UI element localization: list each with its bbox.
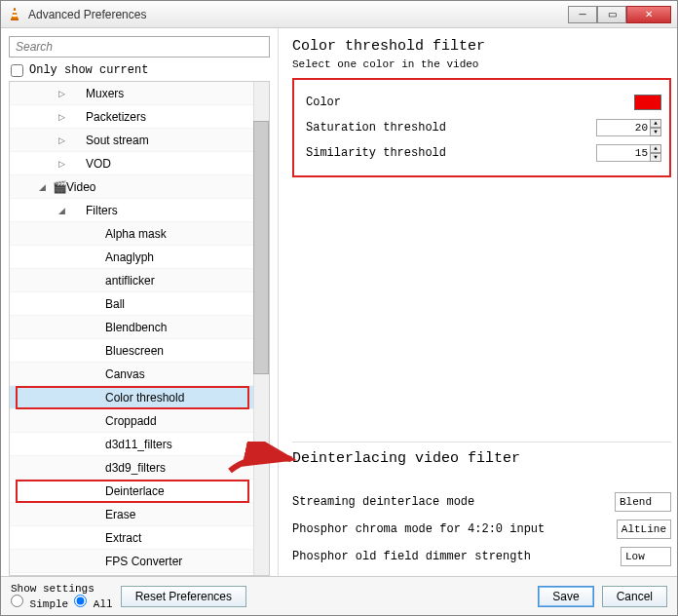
tree-item-color-threshold[interactable]: Color threshold <box>10 386 269 409</box>
tree-item-label: antiflicker <box>105 274 155 288</box>
window-title: Advanced Preferences <box>28 8 568 21</box>
tree-item-label: FPS Converter <box>105 555 182 568</box>
tree-item-label: Alpha mask <box>105 227 167 241</box>
color-threshold-subtitle: Select one color in the video <box>292 58 671 70</box>
content: Only show current ▷Muxers▷Packetizers▷So… <box>1 28 677 576</box>
window-buttons: ─ ▭ ✕ <box>568 6 671 23</box>
tree-item-label: Blendbench <box>105 321 167 334</box>
deinterlace-mode-label: Streaming deinterlace mode <box>292 495 615 509</box>
expand-arrow-icon: ◢ <box>39 182 53 192</box>
svg-marker-0 <box>12 8 18 19</box>
expand-arrow-icon: ◢ <box>58 206 72 215</box>
tree-scroll-thumb[interactable] <box>253 121 269 374</box>
tree-item-label: Filters <box>86 204 118 217</box>
tree-item-blendbench[interactable]: Blendbench <box>10 316 269 339</box>
phosphor-mode-label: Phosphor chroma mode for 4:2:0 input <box>292 522 617 536</box>
phosphor-mode-row: Phosphor chroma mode for 4:2:0 input Alt… <box>292 516 671 543</box>
color-threshold-title: Color threshold filter <box>292 38 671 55</box>
tree-item-filters[interactable]: ◢Filters <box>10 199 269 222</box>
tree-item-label: Canvas <box>105 367 145 381</box>
tree-item-label: Color threshold <box>105 391 184 404</box>
tree-item-sout-stream[interactable]: ▷Sout stream <box>10 129 269 152</box>
tree-item-label: Croppadd <box>105 414 157 428</box>
similarity-input[interactable] <box>596 144 651 162</box>
maximize-button[interactable]: ▭ <box>597 6 626 23</box>
right-column: Color threshold filter Select one color … <box>279 28 677 576</box>
dimmer-combo[interactable]: Low <box>621 547 671 566</box>
tree-item-label: Deinterlace <box>105 484 165 498</box>
color-row: Color <box>306 90 661 115</box>
saturation-label: Saturation threshold <box>306 121 596 135</box>
search-input[interactable] <box>9 36 270 58</box>
svg-rect-3 <box>12 15 18 17</box>
svg-rect-2 <box>13 11 17 13</box>
preferences-tree[interactable]: ▷Muxers▷Packetizers▷Sout stream▷VOD◢🎬Vid… <box>9 81 270 576</box>
expand-arrow-icon: ▷ <box>58 135 72 145</box>
expand-arrow-icon: ▷ <box>58 159 72 169</box>
separator <box>292 442 671 443</box>
color-swatch-inner <box>635 96 660 109</box>
footer: Show settings Simple All Reset Preferenc… <box>1 576 677 615</box>
titlebar: Advanced Preferences ─ ▭ ✕ <box>1 1 677 28</box>
left-column: Only show current ▷Muxers▷Packetizers▷So… <box>1 28 279 576</box>
tree-item-label: d3d11_filters <box>105 438 172 451</box>
tree-item-label: Erase <box>105 508 135 521</box>
tree-item-label: Bluescreen <box>105 344 164 358</box>
tree-item-video[interactable]: ◢🎬Video <box>10 175 269 199</box>
tree-item-d3d9-filters[interactable]: d3d9_filters <box>10 456 269 480</box>
tree-item-d3d11-filters[interactable]: d3d11_filters <box>10 433 269 456</box>
tree-item-vod[interactable]: ▷VOD <box>10 152 269 175</box>
only-show-current-checkbox[interactable] <box>11 64 23 77</box>
saturation-spinner[interactable]: ▲▼ <box>650 119 661 136</box>
similarity-row: Similarity threshold ▲▼ <box>306 140 661 166</box>
only-show-current-label: Only show current <box>29 63 148 77</box>
tree-item-croppadd[interactable]: Croppadd <box>10 409 269 433</box>
dimmer-label: Phosphor old field dimmer strength <box>292 550 621 563</box>
tree-item-packetizers[interactable]: ▷Packetizers <box>10 105 269 129</box>
preferences-window: Advanced Preferences ─ ▭ ✕ Only show cur… <box>0 0 678 616</box>
only-show-current[interactable]: Only show current <box>11 63 268 77</box>
close-button[interactable]: ✕ <box>626 6 671 23</box>
tree-item-ball[interactable]: Ball <box>10 292 269 316</box>
tree-item-label: Extract <box>105 531 141 545</box>
tree-item-label: Video <box>66 180 95 194</box>
vlc-icon <box>7 7 22 22</box>
tree-item-label: VOD <box>86 157 111 171</box>
simple-radio[interactable]: Simple <box>11 595 68 610</box>
expand-arrow-icon: ▷ <box>58 112 72 122</box>
tree-item-canvas[interactable]: Canvas <box>10 363 269 386</box>
tree-scrollbar[interactable] <box>253 82 269 575</box>
reset-button[interactable]: Reset Preferences <box>121 586 246 607</box>
tree-item-bluescreen[interactable]: Bluescreen <box>10 339 269 363</box>
tree-item-anaglyph[interactable]: Anaglyph <box>10 246 269 269</box>
tree-item-fps-converter[interactable]: FPS Converter <box>10 550 269 573</box>
save-button[interactable]: Save <box>538 586 593 607</box>
tree-item-label: Sout stream <box>86 134 149 147</box>
deinterlace-mode-combo[interactable]: Blend <box>615 492 671 512</box>
tree-item-label: d3d9_filters <box>105 461 166 475</box>
tree-item-deinterlace[interactable]: Deinterlace <box>10 480 269 503</box>
similarity-spinner[interactable]: ▲▼ <box>650 144 661 162</box>
tree-item-alpha-mask[interactable]: Alpha mask <box>10 222 269 246</box>
minimize-button[interactable]: ─ <box>568 6 597 23</box>
color-picker[interactable] <box>634 95 661 110</box>
saturation-row: Saturation threshold ▲▼ <box>306 115 661 140</box>
svg-rect-1 <box>11 19 19 20</box>
similarity-label: Similarity threshold <box>306 146 596 160</box>
item-icon: 🎬 <box>53 180 66 194</box>
cancel-button[interactable]: Cancel <box>602 586 667 607</box>
all-radio[interactable]: All <box>74 595 112 610</box>
tree-item-label: Ball <box>105 297 125 311</box>
phosphor-mode-combo[interactable]: AltLine <box>617 520 671 539</box>
saturation-input[interactable] <box>596 119 651 136</box>
dimmer-row: Phosphor old field dimmer strength Low <box>292 543 671 570</box>
tree-item-antiflicker[interactable]: antiflicker <box>10 269 269 292</box>
tree-item-extract[interactable]: Extract <box>10 526 269 550</box>
tree-item-label: Anaglyph <box>105 250 154 264</box>
color-label: Color <box>306 96 634 109</box>
tree-item-muxers[interactable]: ▷Muxers <box>10 82 269 105</box>
show-settings-label: Show settings <box>11 583 113 595</box>
deinterlace-mode-row: Streaming deinterlace mode Blend <box>292 488 671 516</box>
tree-item-erase[interactable]: Erase <box>10 503 269 526</box>
deinterlace-title: Deinterlacing video filter <box>292 450 671 467</box>
